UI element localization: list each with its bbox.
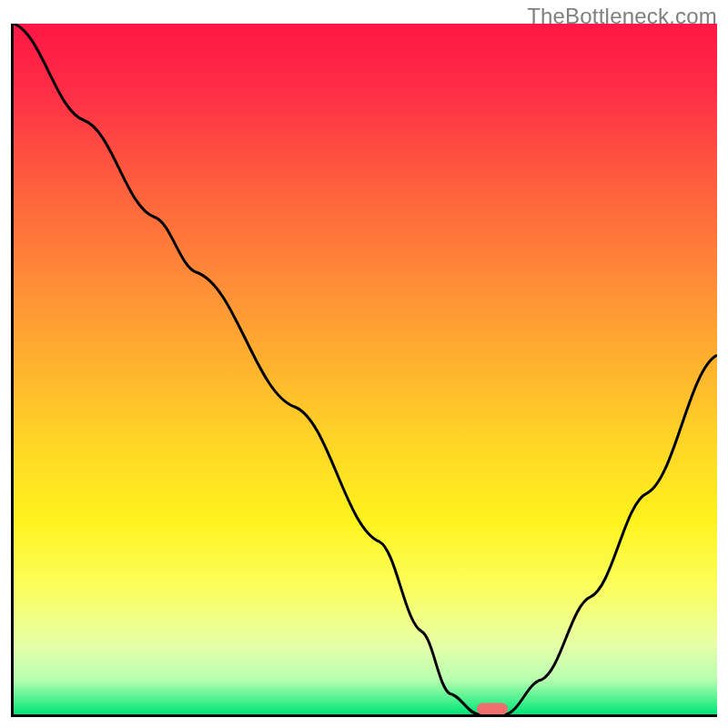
- root-container: TheBottleneck.com: [0, 0, 728, 728]
- chart-background-gradient: [14, 24, 717, 714]
- chart-curve: [14, 24, 717, 714]
- optimal-marker: [477, 703, 508, 715]
- chart-plot-area: [11, 24, 717, 717]
- curve-path: [14, 24, 717, 714]
- svg-rect-0: [14, 24, 717, 714]
- watermark-text: TheBottleneck.com: [527, 4, 717, 29]
